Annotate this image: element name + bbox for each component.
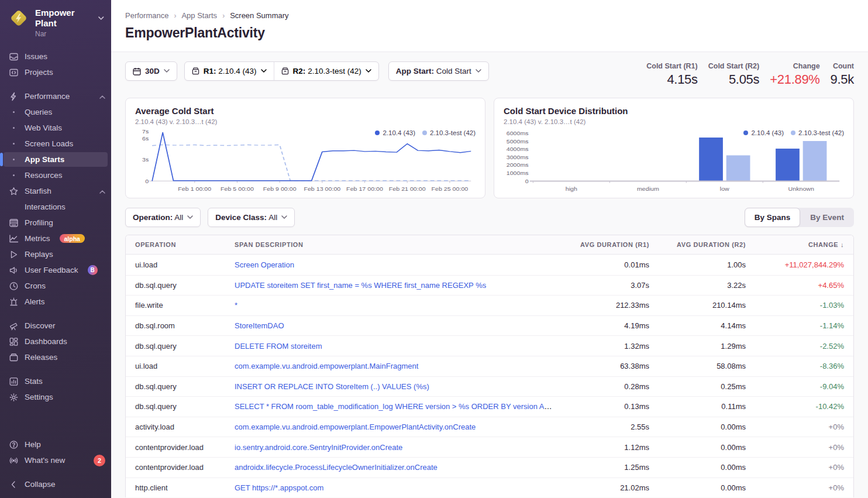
sidebar-item-label: Help xyxy=(25,440,41,449)
change-cell: -1.14% xyxy=(755,321,853,330)
date-range-filter[interactable]: 30D xyxy=(125,61,177,81)
org-switcher[interactable]: Empower Plant Nar xyxy=(0,0,111,44)
span-description-link[interactable]: com.example.vu.android.empowerplant.Empo… xyxy=(235,423,476,431)
span-description-link[interactable]: io.sentry.android.core.SentryInitProvide… xyxy=(235,443,402,452)
legend-label: 2.10.3-test (42) xyxy=(430,129,476,136)
svg-text:1000ms: 1000ms xyxy=(507,170,529,176)
avg-duration-r2-cell: 0.25ms xyxy=(659,382,755,391)
count-badge: 2 xyxy=(94,455,105,466)
chevron-down-icon xyxy=(164,69,170,73)
span-description-link[interactable]: DELETE FROM storeitem xyxy=(235,342,322,351)
kpi-summary: Cold Start (R1)4.15sCold Start (R2)5.05s… xyxy=(646,61,854,87)
app-start-filter[interactable]: App Start: Cold Start xyxy=(388,61,489,81)
sidebar-item-settings[interactable]: Settings xyxy=(0,389,111,405)
span-description-cell: * xyxy=(225,301,562,310)
svg-text:6000ms: 6000ms xyxy=(507,130,529,136)
table-row: ui.load com.example.vu.android.empowerpl… xyxy=(126,356,853,376)
r1-label: R1: xyxy=(204,67,216,75)
sidebar-item-user-feedback[interactable]: User Feedback B xyxy=(0,262,111,278)
svg-text:5000ms: 5000ms xyxy=(507,139,529,145)
legend-label: 2.10.4 (43) xyxy=(383,129,415,136)
sidebar-item-screen-loads[interactable]: Screen Loads xyxy=(0,136,111,152)
span-description-link[interactable]: com.example.vu.android.empowerplant.Main… xyxy=(235,362,418,370)
table-row: db.sql.query UPDATE storeitem SET first_… xyxy=(126,275,853,296)
operation-cell: ui.load xyxy=(126,362,225,370)
sidebar-item-collapse[interactable]: Collapse xyxy=(0,476,111,492)
sidebar-item-label: Collapse xyxy=(25,480,56,489)
device-class-filter[interactable]: Device Class: All xyxy=(208,208,295,227)
span-description-link[interactable]: StoreItemDAO xyxy=(235,321,284,330)
sidebar-item-crons[interactable]: Crons xyxy=(0,278,111,294)
release-r1-filter[interactable]: R1: 2.10.4 (43) xyxy=(185,62,274,80)
sidebar-item-label: Projects xyxy=(25,68,53,77)
sidebar-item-label: Issues xyxy=(25,52,47,61)
span-description-link[interactable]: Screen Operation xyxy=(235,260,294,269)
sidebar-item-label: Dashboards xyxy=(25,337,67,346)
sidebar-item-alerts[interactable]: Alerts xyxy=(0,294,111,310)
sidebar-item-queries[interactable]: Queries xyxy=(0,104,111,120)
change-cell: -2.52% xyxy=(755,342,853,351)
table-row: db.sql.query DELETE FROM storeitem 1.32m… xyxy=(126,335,853,356)
sidebar-item-label: Releases xyxy=(25,353,57,362)
sidebar-item-profiling[interactable]: Profiling xyxy=(0,215,111,231)
toggle-by-event[interactable]: By Event xyxy=(800,208,854,227)
operation-filter[interactable]: Operation: All xyxy=(125,208,201,227)
sidebar-item-resources[interactable]: Resources xyxy=(0,167,111,183)
breadcrumb-item: Screen Summary xyxy=(230,11,288,20)
kpi-label: Cold Start (R1) xyxy=(646,62,698,70)
svg-text:Feb 25 00:00: Feb 25 00:00 xyxy=(431,186,468,192)
sidebar-item-app-starts[interactable]: App Starts xyxy=(0,152,111,167)
span-description-link[interactable]: GET https://*.appspot.com xyxy=(235,483,323,492)
svg-text:7s: 7s xyxy=(142,129,149,135)
sidebar-item-dashboards[interactable]: Dashboards xyxy=(0,334,111,349)
column-header-avg-duration-r2-[interactable]: AVG DURATION (R2) xyxy=(659,241,755,248)
toggle-by-spans[interactable]: By Spans xyxy=(745,208,801,227)
legend-item[interactable]: 2.10.4 (43) xyxy=(743,129,784,136)
column-header-operation[interactable]: OPERATION xyxy=(126,241,225,248)
r2-label: R2: xyxy=(293,67,306,75)
table-row: file.write * 212.33ms 210.14ms -1.03% xyxy=(126,295,853,315)
sidebar-item-replays[interactable]: Replays xyxy=(0,246,111,262)
span-description-link[interactable]: SELECT * FROM room_table_modification_lo… xyxy=(235,402,555,411)
stats-icon xyxy=(8,377,19,386)
avg-duration-r1-cell: 1.25ms xyxy=(562,463,659,472)
column-header-change[interactable]: CHANGE ↓ xyxy=(755,241,853,248)
sidebar-item-web-vitals[interactable]: Web Vitals xyxy=(0,120,111,136)
span-description-link[interactable]: INSERT OR REPLACE INTO StoreItem (..) VA… xyxy=(235,382,429,391)
avg-duration-r2-cell: 0.11ms xyxy=(659,402,755,411)
sidebar-item-interactions[interactable]: Interactions xyxy=(0,199,111,215)
sidebar-item-performance[interactable]: Performance xyxy=(0,88,111,104)
span-description-link[interactable]: * xyxy=(235,301,237,310)
sidebar-item-starfish[interactable]: Starfish xyxy=(0,183,111,199)
sidebar-item-releases[interactable]: Releases xyxy=(0,349,111,365)
legend-label: 2.10.3-test (42) xyxy=(798,129,844,136)
column-header-span-description[interactable]: SPAN DESCRIPTION xyxy=(225,241,562,248)
dashboards-icon xyxy=(8,337,19,346)
avg-duration-r2-cell: 4.14ms xyxy=(659,321,755,330)
breadcrumb-item[interactable]: Performance xyxy=(125,11,168,20)
breadcrumb-item[interactable]: App Starts xyxy=(181,11,217,20)
table-row: http.client GET https://*.appspot.com 21… xyxy=(126,478,853,498)
sidebar-item-discover[interactable]: Discover xyxy=(0,318,111,334)
legend-item[interactable]: 2.10.3-test (42) xyxy=(422,129,476,136)
legend-item[interactable]: 2.10.4 (43) xyxy=(375,129,415,136)
change-cell: +0% xyxy=(755,463,853,472)
sidebar-item-stats[interactable]: Stats xyxy=(0,373,111,389)
sidebar-item-metrics[interactable]: Metrics alpha xyxy=(0,231,111,246)
view-mode-toggle: By SpansBy Event xyxy=(745,208,854,227)
active-accent-bar xyxy=(0,153,3,166)
span-description-link[interactable]: androidx.lifecycle.ProcessLifecycleOwner… xyxy=(235,463,438,472)
clock-icon xyxy=(8,281,19,291)
sidebar-item-issues[interactable]: Issues xyxy=(0,49,111,64)
operation-value: All xyxy=(174,213,183,222)
sidebar-item-help[interactable]: Help xyxy=(0,437,111,452)
legend-item[interactable]: 2.10.3-test (42) xyxy=(791,129,844,136)
span-description-link[interactable]: UPDATE storeitem SET first_name = %s WHE… xyxy=(235,281,486,290)
date-range-value: 30D xyxy=(145,67,160,75)
release-r2-filter[interactable]: R2: 2.10.3-test (42) xyxy=(274,62,378,80)
sidebar-item-projects[interactable]: Projects xyxy=(0,64,111,80)
column-header-avg-duration-r1-[interactable]: AVG DURATION (R1) xyxy=(562,241,659,248)
svg-text:Unknown: Unknown xyxy=(788,186,814,192)
kpi-value: 9.5k xyxy=(831,72,854,87)
sidebar-item-what-s-new[interactable]: What's new 2 xyxy=(0,452,111,468)
